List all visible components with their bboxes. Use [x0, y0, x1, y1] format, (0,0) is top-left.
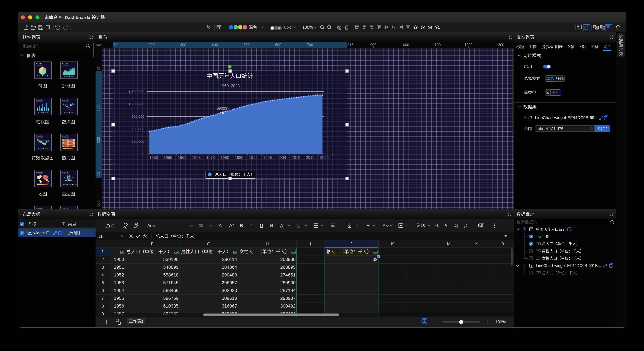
svg-text:9: 9 — [102, 311, 104, 316]
svg-text:series 1: series 1 — [66, 112, 70, 113]
svg-text:287194: 287194 — [280, 288, 296, 293]
svg-text:Chart Title: Chart Title — [62, 135, 68, 137]
svg-text:600,000: 600,000 — [131, 127, 144, 131]
svg-text:1,500,000: 1,500,000 — [128, 90, 144, 94]
svg-text:series 1: series 1 — [64, 184, 68, 185]
svg-text:123: 123 — [373, 250, 378, 253]
svg-text:Chart Title: Chart Title — [36, 99, 43, 101]
svg-text:571645: 571645 — [163, 280, 178, 285]
svg-text:N: N — [475, 242, 478, 246]
svg-text:293937: 293937 — [280, 296, 296, 301]
svg-text:284864: 284864 — [222, 265, 237, 270]
svg-text:G: G — [207, 242, 210, 246]
svg-text:4: 4 — [102, 273, 104, 277]
svg-text:+: + — [222, 222, 224, 225]
svg-text:series 2: series 2 — [45, 148, 49, 149]
svg-text:81: 81 — [96, 66, 100, 70]
svg-text:1: 1 — [141, 319, 144, 323]
svg-text:280114: 280114 — [222, 257, 237, 262]
svg-text:series 1: series 1 — [40, 112, 44, 113]
svg-text:I: I — [310, 242, 311, 246]
svg-text:−: − — [232, 223, 234, 226]
svg-text:268895: 268895 — [280, 265, 296, 270]
svg-text:280900: 280900 — [280, 280, 296, 285]
svg-text:2: 2 — [102, 257, 104, 262]
svg-text:47500000.00: 47500000.00 — [37, 183, 42, 184]
svg-text:sheet1!J1:J75: sheet1!J1:J75 — [538, 126, 564, 131]
svg-text:Arial: Arial — [147, 223, 156, 228]
svg-text:Chart Title: Chart Title — [36, 208, 43, 209]
svg-text:400: 400 — [212, 43, 218, 47]
svg-text:0: 0 — [142, 152, 144, 156]
svg-text:I: I — [250, 223, 252, 228]
svg-text:200: 200 — [96, 105, 100, 111]
svg-text:1200: 1200 — [464, 43, 472, 47]
svg-text:1956: 1956 — [164, 155, 172, 160]
svg-text:1956: 1956 — [114, 303, 124, 308]
svg-text:Chart Sub-Title: Chart Sub-Title — [62, 137, 69, 138]
svg-text:1968: 1968 — [192, 155, 201, 160]
svg-text:A: A — [219, 223, 222, 228]
svg-text:290480: 290480 — [222, 272, 237, 277]
svg-text:O: O — [500, 242, 504, 246]
svg-text:LineChart-widget-EF44DC0B-69..: LineChart-widget-EF44DC0B-69... — [535, 115, 598, 120]
svg-text:1: 1 — [102, 249, 104, 254]
svg-text:123: 123 — [536, 243, 541, 246]
svg-text:300492: 300492 — [280, 303, 296, 308]
svg-text:Chart Title: Chart Title — [62, 99, 68, 101]
svg-text:78: 78 — [113, 43, 118, 47]
svg-text:316067: 316067 — [222, 303, 237, 308]
svg-text:A: A — [382, 223, 386, 228]
svg-text:OS: OS — [606, 26, 610, 28]
svg-text:100%: 100% — [302, 25, 313, 30]
svg-text:558618: 558618 — [163, 272, 178, 277]
svg-text:309610: 309610 — [222, 296, 237, 301]
svg-text:Chart Title: Chart Title — [36, 135, 43, 137]
svg-text:32: 32 — [372, 257, 378, 262]
svg-text:1953: 1953 — [114, 280, 124, 285]
svg-text:2010: 2010 — [292, 155, 300, 160]
svg-text:600: 600 — [275, 43, 281, 47]
svg-text:123: 123 — [291, 250, 296, 253]
svg-text:1950–2023: 1950–2023 — [220, 84, 240, 88]
svg-text:series 1: series 1 — [40, 148, 44, 149]
svg-text:100%: 100% — [495, 320, 506, 324]
svg-text:300: 300 — [180, 43, 186, 47]
svg-text:990237: 990237 — [216, 106, 229, 111]
svg-text:1992: 1992 — [249, 155, 258, 160]
svg-text:900,000: 900,000 — [131, 115, 144, 118]
svg-text:1,200,000: 1,200,000 — [128, 102, 144, 106]
svg-text:123: 123 — [536, 257, 541, 260]
svg-text:* - Dashboardx: * - Dashboardx — [59, 15, 90, 20]
svg-text:7: 7 — [102, 296, 104, 301]
svg-text:5: 5 — [102, 280, 104, 285]
svg-text:1954: 1954 — [114, 288, 124, 293]
svg-text:Chart Sub-Title: Chart Sub-Title — [62, 101, 69, 102]
svg-text:widget-E...: widget-E... — [33, 231, 52, 235]
svg-text:series 2: series 2 — [70, 76, 74, 77]
svg-text:1951: 1951 — [114, 265, 124, 270]
svg-text:8: 8 — [102, 304, 104, 308]
svg-text:Chart Sub-Title: Chart Sub-Title — [62, 173, 69, 174]
svg-text:En: En — [596, 27, 598, 29]
svg-text:K: K — [391, 242, 394, 246]
svg-text:1100: 1100 — [433, 43, 440, 47]
svg-text:M: M — [447, 242, 450, 246]
svg-text:816: 816 — [347, 43, 354, 47]
svg-text:A: A — [229, 223, 232, 228]
svg-text:300: 300 — [96, 137, 100, 143]
svg-text:123: 123 — [536, 236, 541, 239]
svg-text:123: 123 — [174, 250, 179, 253]
svg-text:1500000000: 1500000000 — [44, 183, 49, 184]
svg-text:.0: .0 — [464, 224, 468, 227]
svg-text:H: H — [266, 242, 269, 246]
svg-text:S: S — [270, 223, 273, 228]
svg-text:Chart Sub-Title: Chart Sub-Title — [36, 65, 44, 66]
svg-text:X: X — [568, 45, 571, 49]
svg-text:274651: 274651 — [280, 272, 296, 277]
svg-text:1950: 1950 — [114, 257, 124, 262]
svg-text:1986: 1986 — [235, 155, 244, 160]
svg-text:1000: 1000 — [401, 43, 409, 47]
svg-text:¥: ¥ — [445, 223, 448, 228]
svg-text:500: 500 — [244, 43, 250, 47]
